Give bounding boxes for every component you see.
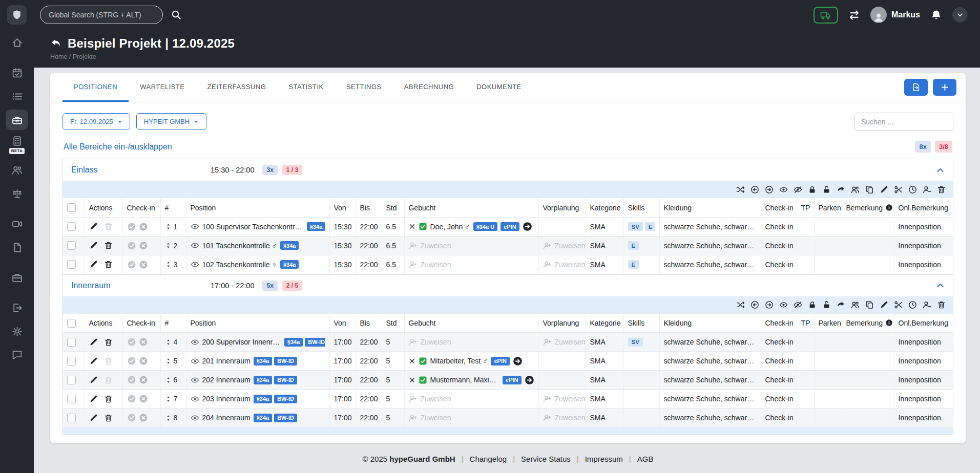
tab-positionen[interactable]: POSITIONEN	[62, 73, 129, 102]
sidebar-item-gears[interactable]	[6, 321, 28, 341]
footer-link-changelog[interactable]: Changelog	[470, 455, 507, 463]
tab-warteliste[interactable]: WARTELISTE	[129, 73, 196, 102]
date-filter-button[interactable]: Fr, 12.09.2025	[62, 113, 130, 130]
company-filter-button[interactable]: HYPEIT GMBH	[136, 113, 206, 130]
pencil-icon[interactable]	[880, 300, 888, 309]
confirmed-check-icon[interactable]	[419, 222, 427, 231]
edit-icon[interactable]	[89, 395, 98, 403]
collapse-section-icon[interactable]	[936, 166, 945, 175]
rotate-right-circle-icon[interactable]	[765, 185, 774, 194]
tab-zeiterfassung[interactable]: ZEITERFASSUNG	[196, 73, 278, 102]
checkin-action[interactable]: Check-in	[765, 338, 794, 346]
rotate-left-circle-icon[interactable]	[750, 185, 759, 194]
tab-abrechnung[interactable]: ABRECHNUNG	[393, 73, 465, 102]
sidebar-item-scale[interactable]	[6, 183, 28, 204]
view-position-icon[interactable]	[191, 222, 199, 231]
unlock-icon[interactable]	[822, 300, 831, 309]
users-icon[interactable]	[851, 185, 860, 194]
checkin-action[interactable]: Check-in	[765, 261, 794, 269]
checkin-status-icon[interactable]	[127, 413, 136, 422]
app-logo[interactable]	[7, 5, 27, 25]
preplan-assign-button[interactable]: Zuweisen	[543, 395, 581, 403]
row-checkbox[interactable]	[67, 241, 76, 250]
eye-icon[interactable]	[779, 185, 788, 194]
clock-icon[interactable]	[908, 185, 917, 194]
preplan-assign-button[interactable]: Zuweisen	[543, 261, 581, 269]
checkin-status-icon[interactable]	[127, 222, 136, 231]
export-button[interactable]	[904, 79, 928, 96]
scissors-icon[interactable]	[894, 185, 903, 194]
preplan-assign-button[interactable]: Zuweisen	[543, 338, 581, 346]
checkin-action[interactable]: Check-in	[765, 376, 794, 384]
share-icon[interactable]	[837, 300, 845, 309]
footer-link-service-status[interactable]: Service Status	[521, 455, 571, 463]
select-all-checkbox[interactable]	[67, 203, 76, 212]
checkin-status-icon[interactable]	[127, 241, 136, 250]
exchange-icon[interactable]	[848, 9, 860, 21]
section-title-link[interactable]: Einlass	[71, 165, 211, 175]
checkin-status-icon[interactable]	[127, 337, 136, 347]
clock-icon[interactable]	[908, 300, 917, 309]
user-minus-icon[interactable]	[923, 300, 931, 309]
user-minus-icon[interactable]	[923, 185, 931, 194]
footer-link-impressum[interactable]: Impressum	[585, 455, 623, 463]
open-employee-icon[interactable]	[523, 222, 532, 231]
horizontal-scrollbar[interactable]	[63, 427, 953, 435]
checkin-action[interactable]: Check-in	[765, 395, 794, 403]
preplan-assign-button[interactable]: Zuweisen	[543, 242, 581, 250]
sidebar-item-toolbox[interactable]	[6, 110, 28, 130]
confirmed-check-icon[interactable]	[419, 357, 427, 365]
sidebar-item-users[interactable]	[6, 160, 28, 180]
edit-icon[interactable]	[89, 222, 98, 231]
checkout-status-icon[interactable]	[139, 375, 148, 384]
row-checkbox[interactable]	[67, 222, 76, 231]
search-icon[interactable]	[171, 10, 181, 20]
checkout-status-icon[interactable]	[139, 337, 148, 347]
users-icon[interactable]	[851, 300, 860, 309]
tab-dokumente[interactable]: DOKUMENTE	[465, 73, 533, 102]
view-position-icon[interactable]	[191, 338, 199, 347]
copy-icon[interactable]	[865, 300, 874, 309]
delete-icon[interactable]	[104, 357, 113, 365]
row-checkbox[interactable]	[67, 395, 76, 403]
checkin-status-icon[interactable]	[127, 394, 136, 403]
add-position-button[interactable]	[933, 79, 956, 96]
checkin-status-icon[interactable]	[127, 260, 136, 269]
assign-button[interactable]: Zuweisen	[409, 414, 534, 422]
edit-icon[interactable]	[89, 414, 98, 422]
user-menu[interactable]: Markus	[870, 7, 920, 23]
sort-handle-icon[interactable]	[165, 358, 172, 364]
trash-icon[interactable]	[937, 300, 946, 309]
preplan-assign-button[interactable]: Zuweisen	[543, 414, 581, 422]
sort-handle-icon[interactable]	[165, 339, 172, 346]
lock-icon[interactable]	[808, 300, 817, 309]
rotate-right-circle-icon[interactable]	[765, 300, 774, 309]
back-icon[interactable]	[50, 38, 61, 49]
view-position-icon[interactable]	[191, 376, 199, 384]
scissors-icon[interactable]	[894, 300, 903, 309]
delete-icon[interactable]	[104, 222, 113, 231]
delete-icon[interactable]	[104, 376, 113, 384]
remove-booking-icon[interactable]	[409, 223, 415, 230]
open-employee-icon[interactable]	[525, 375, 534, 385]
select-all-checkbox[interactable]	[67, 319, 76, 328]
row-checkbox[interactable]	[67, 260, 76, 269]
delete-icon[interactable]	[104, 414, 113, 422]
edit-icon[interactable]	[89, 338, 98, 347]
checkin-action[interactable]: Check-in	[765, 414, 794, 422]
collapse-all-link[interactable]: Alle Bereiche ein-/ausklappen	[64, 142, 172, 152]
tab-statistik[interactable]: STATISTIK	[277, 73, 335, 102]
sidebar-item-chat[interactable]	[6, 345, 28, 365]
share-icon[interactable]	[837, 185, 845, 194]
eye-icon[interactable]	[779, 300, 788, 309]
sort-handle-icon[interactable]	[165, 223, 172, 230]
assign-button[interactable]: Zuweisen	[409, 338, 534, 346]
sort-handle-icon[interactable]	[165, 415, 172, 421]
view-position-icon[interactable]	[191, 395, 199, 403]
copy-icon[interactable]	[865, 185, 874, 194]
breadcrumb[interactable]: Home / Projekte	[50, 53, 964, 60]
footer-link-agb[interactable]: AGB	[637, 455, 654, 463]
assign-button[interactable]: Zuweisen	[409, 261, 534, 269]
sidebar-item-calculator[interactable]: BETA	[6, 133, 28, 157]
delete-icon[interactable]	[104, 395, 113, 403]
